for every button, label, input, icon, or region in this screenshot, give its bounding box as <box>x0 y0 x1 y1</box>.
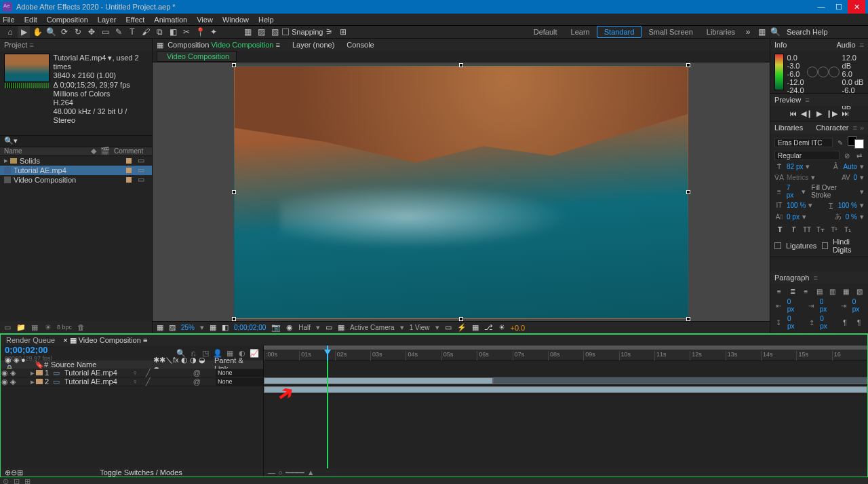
transform-handle[interactable] <box>686 190 690 194</box>
color-depth-icon[interactable]: ☀ <box>43 322 53 332</box>
col-num[interactable]: # <box>43 360 50 369</box>
justify-left-button[interactable]: ▤ <box>814 286 824 296</box>
toggle-switches-label[interactable]: Toggle Switches / Modes <box>100 468 182 477</box>
italic-button[interactable]: T <box>788 225 799 234</box>
font-family-dropdown[interactable]: Eras Demi ITC <box>774 138 833 147</box>
column-name[interactable]: Name <box>4 147 91 155</box>
search-help-input[interactable]: Search Help <box>783 26 864 38</box>
zoom-slider[interactable]: ○ <box>278 468 283 477</box>
justify-center-button[interactable]: ▥ <box>828 286 837 296</box>
stroke-swatch[interactable] <box>854 139 864 149</box>
space-before-value[interactable]: 0 px <box>787 315 799 330</box>
swap-icon[interactable]: ⇄ <box>854 152 864 160</box>
rect-tool-icon[interactable]: ▭ <box>99 26 111 38</box>
menu-edit[interactable]: Edit <box>24 16 37 24</box>
workspace-standard[interactable]: Standard <box>597 26 642 38</box>
rgb-icon[interactable]: ▨ <box>169 323 176 332</box>
close-button[interactable]: ✕ <box>848 0 865 14</box>
stroke-mode-dropdown[interactable]: Fill Over Stroke <box>811 184 857 199</box>
timeline-timecode[interactable]: 0;00;02;00 <box>5 345 53 355</box>
paragraph-panel-tab[interactable]: Paragraph <box>774 274 809 282</box>
rotate-tool-icon[interactable]: ↻ <box>72 26 84 38</box>
parent-pickwhip-icon[interactable]: @ <box>193 369 201 377</box>
window-grid-icon[interactable]: ▦ <box>755 26 768 38</box>
workspace-default[interactable]: Default <box>527 26 564 38</box>
home-icon[interactable]: ⌂ <box>4 26 16 38</box>
search-icon[interactable]: 🔍▾ <box>4 136 18 145</box>
workspace-more-icon[interactable]: » <box>742 26 754 38</box>
align-left-button[interactable]: ≡ <box>774 286 784 296</box>
label-swatch[interactable] <box>36 370 43 375</box>
align-right-button[interactable]: ≡ <box>801 286 810 296</box>
pen-tool-icon[interactable]: ✎ <box>113 26 125 38</box>
baseline-value[interactable]: 0 px <box>787 213 800 221</box>
justify-all-button[interactable]: ▧ <box>854 286 864 296</box>
audio-icon[interactable]: ◈ <box>9 377 17 386</box>
next-frame-button[interactable]: ❙▶ <box>826 109 837 118</box>
timeline-layer-row[interactable]: ◉◈ ▸ 1 ▭ Tutorial AE.mp4 ♀ ╱ @ None <box>1 369 263 377</box>
justify-right-button[interactable]: ▦ <box>842 286 851 296</box>
rtl-button[interactable]: ¶ <box>840 318 850 327</box>
mask-icon[interactable]: ◧ <box>222 323 229 332</box>
exposure-value[interactable]: +0.0 <box>511 324 526 332</box>
type-tool-icon[interactable]: T <box>126 26 138 38</box>
superscript-button[interactable]: T¹ <box>829 225 840 234</box>
selection-tool-icon[interactable]: ▶ <box>18 26 30 38</box>
workspace-learn[interactable]: Learn <box>564 26 597 38</box>
eyedropper-icon[interactable]: ✎ <box>835 139 845 147</box>
label-swatch[interactable] <box>36 379 43 384</box>
workspace-libraries[interactable]: Libraries <box>700 26 742 38</box>
menu-file[interactable]: File <box>3 16 15 24</box>
font-size-value[interactable]: 82 px <box>787 163 803 170</box>
project-panel-tab[interactable]: Project <box>4 41 34 49</box>
delete-icon[interactable]: 🗑 <box>76 322 85 332</box>
no-fill-icon[interactable]: ⊘ <box>842 152 852 160</box>
world-axis-icon[interactable]: ▨ <box>255 26 267 38</box>
timeline-comp-tab[interactable]: × ▦ Video Composition ≡ <box>63 336 147 345</box>
layer-name[interactable]: Tutorial AE.mp4 <box>62 369 117 377</box>
project-item-comp[interactable]: Video Composition ▭ <box>0 175 152 185</box>
zoom-out-icon[interactable]: — <box>268 468 275 477</box>
time-ruler[interactable]: :00s01s02s03s04s05s06s07s08s09s10s11s12s… <box>264 346 867 360</box>
level-dial-right[interactable] <box>829 67 840 77</box>
composition-viewer[interactable] <box>153 62 770 321</box>
transform-handle[interactable] <box>459 317 463 321</box>
col-source[interactable]: Source Name <box>50 360 152 369</box>
work-area-bar[interactable] <box>264 346 867 350</box>
allcaps-button[interactable]: TT <box>802 225 812 234</box>
vscale-value[interactable]: 100 % <box>787 202 806 209</box>
eye-icon[interactable]: ◉ <box>1 369 9 377</box>
menu-help[interactable]: Help <box>258 16 274 24</box>
tracking-value[interactable]: 0 <box>853 174 857 181</box>
comp-tab[interactable]: ▦ Composition Video Composition ≡ <box>157 41 280 50</box>
resolution-dropdown[interactable]: Half <box>298 324 311 331</box>
layer-tab[interactable]: Layer (none) <box>292 41 334 49</box>
fast-preview-icon[interactable]: ⚡ <box>457 323 467 332</box>
audio-panel-tab[interactable]: Audio <box>836 41 855 49</box>
orbit-tool-icon[interactable]: ⟳ <box>58 26 71 38</box>
minimize-button[interactable]: — <box>812 0 830 14</box>
timeline-icon[interactable]: ▦ <box>472 323 479 332</box>
transform-handle[interactable] <box>686 63 690 67</box>
snapshot-icon[interactable]: 📷 <box>271 323 281 332</box>
transparency-grid-icon[interactable]: ▦ <box>338 323 344 332</box>
show-channel-icon[interactable]: ◉ <box>286 323 293 332</box>
footer-icon[interactable]: ⊡ <box>14 477 20 484</box>
hscale-value[interactable]: 100 % <box>838 202 857 209</box>
first-frame-button[interactable]: ⏮ <box>789 109 797 117</box>
footer-icon[interactable]: ⊙ <box>3 477 9 484</box>
menu-window[interactable]: Window <box>222 16 249 24</box>
stroke-width-value[interactable]: 7 px <box>787 184 800 199</box>
snapping-checkbox[interactable] <box>282 29 289 35</box>
snap-extend-icon[interactable]: ⊞ <box>337 26 349 38</box>
current-time[interactable]: 0;00;02;00 <box>234 324 266 331</box>
eye-icon[interactable]: ◉ <box>1 377 9 386</box>
column-comment[interactable]: Comment <box>114 147 148 155</box>
level-dial-left[interactable] <box>807 67 818 77</box>
project-item-file[interactable]: Tutorial AE.mp4 ▭ <box>0 166 152 175</box>
maximize-button[interactable]: ☐ <box>830 0 848 14</box>
label-swatch[interactable] <box>126 168 132 173</box>
camera-dropdown[interactable]: Active Camera <box>350 324 395 331</box>
pixel-aspect-icon[interactable]: ▭ <box>445 323 452 332</box>
zoom-dropdown[interactable]: 25% <box>181 324 195 331</box>
